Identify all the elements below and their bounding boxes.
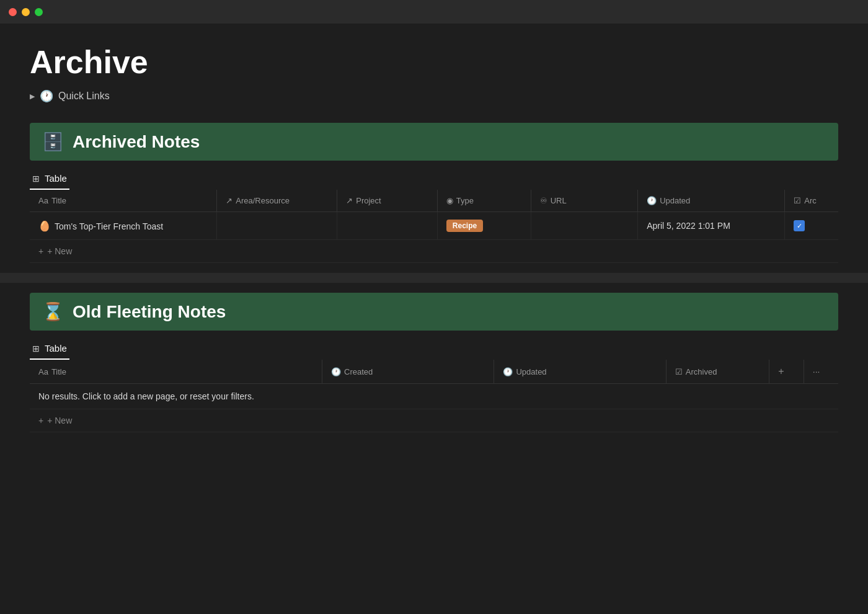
minimize-button[interactable]: [22, 8, 30, 16]
no-results-text: No results. Click to add a new page, or …: [30, 384, 838, 409]
add-column-icon[interactable]: +: [778, 366, 784, 376]
triangle-icon: ▶: [30, 92, 35, 100]
section-divider: [0, 273, 868, 283]
old-fleeting-notes-table-tab[interactable]: ⊞ Table: [30, 336, 69, 360]
titlebar: [0, 0, 868, 24]
quick-links-emoji: 🕐: [40, 89, 53, 103]
th2-plus[interactable]: +: [769, 360, 804, 384]
th-updated: 🕐Updated: [638, 190, 785, 212]
table-icon-1: ⊞: [32, 174, 40, 184]
th2-created: 🕐Created: [322, 360, 494, 384]
row-emoji: 🥚: [38, 221, 51, 231]
old-fleeting-notes-header: ⌛ Old Fleeting Notes: [30, 293, 838, 331]
archived-notes-table: AaTitle ↗Area/Resource ↗Project ◉Type ♾U…: [30, 190, 838, 240]
recipe-badge: Recipe: [446, 220, 483, 232]
more-options-icon[interactable]: ···: [813, 367, 820, 376]
archived-notes-header: 🗄️ Archived Notes: [30, 123, 838, 161]
cell-archived: ✓: [785, 212, 838, 240]
th-project: ↗Project: [337, 190, 438, 212]
old-fleeting-notes-view-label: Table: [45, 343, 67, 354]
archived-notes-new-row[interactable]: + + New: [30, 240, 838, 263]
th2-dots[interactable]: ···: [804, 360, 838, 384]
table-row[interactable]: 🥚Tom's Top-Tier French Toast Recipe Apri…: [30, 212, 838, 240]
old-fleeting-notes-table: AaTitle 🕐Created 🕐Updated ☑Archived + ··…: [30, 360, 838, 409]
no-results-row: No results. Click to add a new page, or …: [30, 384, 838, 409]
th-type: ◉Type: [437, 190, 531, 212]
th2-updated: 🕐Updated: [494, 360, 666, 384]
th-title: AaTitle: [30, 190, 217, 212]
old-fleeting-notes-new-row[interactable]: + + New: [30, 409, 838, 432]
quick-links-label: Quick Links: [58, 91, 110, 102]
archived-checkbox: ✓: [794, 220, 805, 231]
archived-notes-title: Archived Notes: [73, 132, 200, 152]
page-title: Archive: [30, 43, 838, 81]
old-fleeting-notes-emoji: ⌛: [42, 301, 64, 322]
table2-header-row: AaTitle 🕐Created 🕐Updated ☑Archived + ··…: [30, 360, 838, 384]
cell-updated: April 5, 2022 1:01 PM: [638, 212, 785, 240]
th2-archived: ☑Archived: [666, 360, 769, 384]
cell-project: [337, 212, 438, 240]
old-fleeting-notes-title: Old Fleeting Notes: [73, 302, 226, 322]
th-area: ↗Area/Resource: [217, 190, 337, 212]
new-label-2: + New: [47, 416, 72, 425]
plus-icon-1: +: [38, 246, 43, 256]
old-fleeting-notes-section: ⌛ Old Fleeting Notes ⊞ Table AaTitle 🕐Cr…: [30, 293, 838, 432]
main-content: Archive ▶ 🕐 Quick Links 🗄️ Archived Note…: [0, 24, 868, 614]
close-button[interactable]: [9, 8, 17, 16]
cell-area: [217, 212, 337, 240]
archived-notes-emoji: 🗄️: [42, 131, 64, 152]
th2-title: AaTitle: [30, 360, 322, 384]
table-header-row: AaTitle ↗Area/Resource ↗Project ◉Type ♾U…: [30, 190, 838, 212]
new-label-1: + New: [47, 246, 72, 256]
cell-type: Recipe: [437, 212, 531, 240]
cell-url: [531, 212, 637, 240]
th-archived: ☑Arc: [785, 190, 838, 212]
th-url: ♾URL: [531, 190, 637, 212]
quick-links-row[interactable]: ▶ 🕐 Quick Links: [30, 89, 838, 103]
cell-title: 🥚Tom's Top-Tier French Toast: [30, 212, 217, 240]
table-icon-2: ⊞: [32, 344, 40, 354]
archived-notes-section: 🗄️ Archived Notes ⊞ Table AaTitle ↗Area/…: [30, 123, 838, 263]
maximize-button[interactable]: [35, 8, 43, 16]
archived-notes-table-tab[interactable]: ⊞ Table: [30, 166, 69, 190]
plus-icon-2: +: [38, 416, 43, 425]
archived-notes-view-label: Table: [45, 173, 67, 184]
